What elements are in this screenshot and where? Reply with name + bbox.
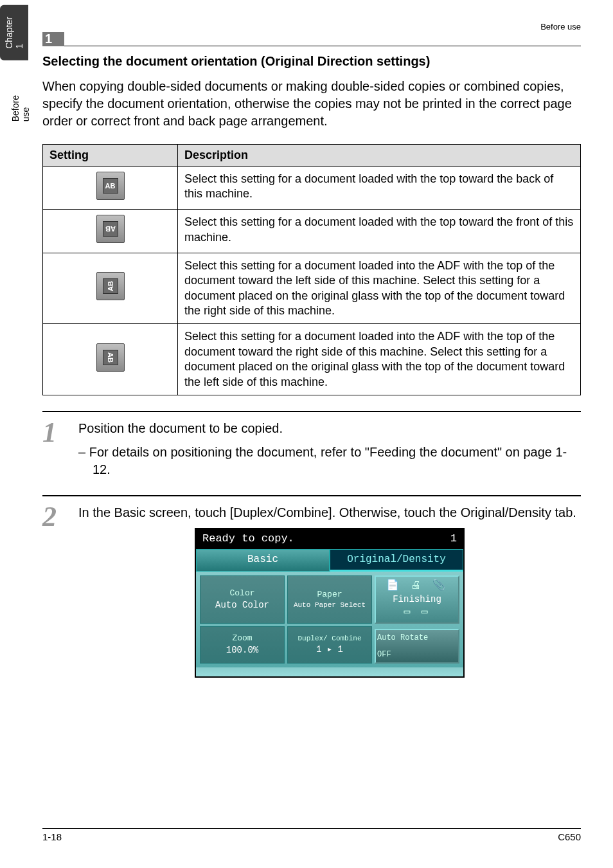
section-tab: Before use bbox=[6, 84, 35, 133]
model-code: C650 bbox=[558, 831, 581, 842]
th-setting: Setting bbox=[43, 145, 178, 167]
step-number: 2 bbox=[42, 504, 78, 678]
finishing-sub-icons: ▭ ▭ bbox=[377, 606, 457, 620]
status-text: Ready to copy. bbox=[202, 532, 294, 547]
duplex-combine-button[interactable]: Duplex/ Combine 1 ▸ 1 bbox=[287, 626, 372, 664]
copy-count: 1 bbox=[450, 532, 457, 547]
step-text: Position the document to be copied. bbox=[78, 420, 581, 437]
table-row: AB Select this setting for a document lo… bbox=[43, 324, 581, 395]
step-subtext: – For details on positioning the documen… bbox=[78, 444, 581, 478]
desc-cell: Select this setting for a document loade… bbox=[178, 324, 581, 395]
table-row: AB Select this setting for a document lo… bbox=[43, 167, 581, 210]
page-number: 1-18 bbox=[42, 831, 62, 842]
table-row: AB Select this setting for a document lo… bbox=[43, 253, 581, 324]
touchscreen-figure: Ready to copy. 1 Basic Original/Density … bbox=[195, 528, 465, 678]
orientation-right-icon: AB bbox=[96, 343, 125, 372]
desc-cell: Select this setting for a document loade… bbox=[178, 167, 581, 210]
tab-basic[interactable]: Basic bbox=[196, 549, 330, 572]
table-row: AB Select this setting for a document lo… bbox=[43, 210, 581, 253]
zoom-button[interactable]: Zoom 100.0% bbox=[200, 626, 285, 664]
desc-cell: Select this setting for a document loade… bbox=[178, 253, 581, 324]
auto-rotate-button[interactable]: Auto Rotate OFF bbox=[375, 629, 459, 664]
page-header: Before use 1 bbox=[42, 32, 581, 46]
header-number-box: 1 bbox=[42, 32, 64, 46]
orientation-left-icon: AB bbox=[96, 272, 125, 300]
finishing-button[interactable]: 📄 🖨 📎 Finishing ▭ ▭ bbox=[375, 575, 459, 623]
section-title: Selecting the document orientation (Orig… bbox=[42, 54, 581, 69]
step-number: 1 bbox=[42, 420, 78, 478]
step-text: In the Basic screen, touch [Duplex/Combi… bbox=[78, 504, 581, 521]
paper-button[interactable]: Paper Auto Paper Select bbox=[287, 575, 372, 623]
orientation-top-back-icon: AB bbox=[96, 172, 125, 200]
desc-cell: Select this setting for a document loade… bbox=[178, 210, 581, 253]
orientation-top-front-icon: AB bbox=[96, 215, 125, 243]
intro-paragraph: When copying double-sided documents or m… bbox=[42, 78, 581, 130]
settings-table: Setting Description AB Select this setti… bbox=[42, 144, 581, 395]
th-description: Description bbox=[178, 145, 581, 167]
tab-original-density[interactable]: Original/Density bbox=[330, 549, 463, 572]
step-2: 2 In the Basic screen, touch [Duplex/Com… bbox=[42, 495, 581, 678]
header-label: Before use bbox=[540, 22, 581, 32]
step-1: 1 Position the document to be copied. – … bbox=[42, 411, 581, 478]
color-button[interactable]: Color Auto Color bbox=[200, 575, 285, 623]
page-footer: 1-18 C650 bbox=[42, 828, 581, 842]
chapter-tab: Chapter 1 bbox=[0, 5, 28, 60]
finishing-icons: 📄 🖨 📎 bbox=[377, 579, 457, 593]
